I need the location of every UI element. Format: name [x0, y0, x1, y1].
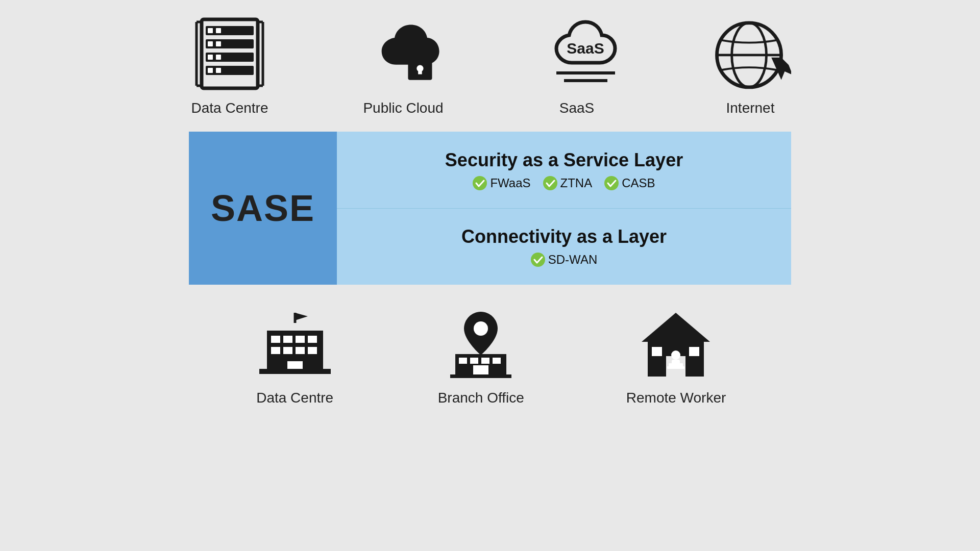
sdwan-badge: SD-WAN [531, 253, 597, 267]
svg-rect-3 [206, 53, 254, 62]
sase-label: SASE [211, 187, 315, 229]
sase-diagram: SASE Security as a Service Layer FWaaS [189, 132, 791, 285]
svg-rect-1 [206, 26, 254, 35]
top-icons-row: Data Centre Public Cloud [0, 0, 980, 132]
svg-point-32 [531, 253, 545, 267]
svg-rect-36 [271, 336, 280, 343]
top-public-cloud-item: Public Cloud [362, 15, 444, 116]
branch-office-label: Branch Office [438, 390, 524, 406]
saas-label: SaaS [559, 100, 595, 116]
top-data-centre-item: Data Centre [189, 15, 271, 116]
bottom-icons-row: Data Centre Branch Office [0, 285, 980, 406]
svg-marker-34 [295, 313, 308, 320]
svg-rect-40 [271, 347, 280, 354]
svg-rect-5 [208, 28, 213, 33]
svg-rect-50 [481, 358, 489, 364]
security-panel: Security as a Service Layer FWaaS ZTNA [337, 132, 791, 209]
svg-rect-6 [216, 28, 221, 33]
sdwan-check-icon [531, 253, 545, 267]
svg-point-46 [474, 321, 488, 336]
security-badges: FWaaS ZTNA CASB [473, 176, 655, 190]
bottom-data-centre-item: Data Centre [254, 305, 336, 406]
svg-point-30 [543, 176, 557, 190]
connectivity-badges: SD-WAN [531, 253, 597, 267]
svg-rect-39 [308, 336, 317, 343]
remote-worker-label: Remote Worker [626, 390, 726, 406]
svg-rect-45 [259, 369, 331, 374]
ztna-badge: ZTNA [543, 176, 593, 190]
connectivity-panel: Connectivity as a Layer SD-WAN [337, 209, 791, 285]
svg-rect-12 [216, 68, 221, 73]
top-saas-item: SaaS SaaS [536, 15, 618, 116]
fwaas-badge: FWaaS [473, 176, 530, 190]
svg-rect-2 [206, 39, 254, 48]
fwaas-check-icon [473, 176, 487, 190]
svg-point-59 [671, 350, 680, 360]
bottom-remote-worker-item: Remote Worker [626, 305, 726, 406]
svg-rect-21 [418, 68, 422, 74]
svg-rect-62 [669, 363, 683, 367]
ztna-label: ZTNA [560, 176, 593, 190]
svg-rect-37 [283, 336, 292, 343]
svg-point-31 [604, 176, 619, 190]
svg-rect-41 [283, 347, 292, 354]
sase-left-panel: SASE [189, 132, 337, 285]
svg-rect-11 [208, 68, 213, 73]
connectivity-title: Connectivity as a Layer [461, 226, 667, 247]
casb-label: CASB [622, 176, 655, 190]
data-centre-bottom-label: Data Centre [256, 390, 333, 406]
security-title: Security as a Service Layer [445, 149, 683, 171]
sdwan-label: SD-WAN [548, 253, 597, 267]
svg-rect-53 [450, 374, 511, 378]
svg-rect-10 [216, 55, 221, 60]
svg-rect-8 [216, 41, 221, 46]
svg-rect-49 [470, 358, 478, 364]
svg-rect-43 [308, 347, 317, 354]
top-internet-item: Internet [709, 15, 791, 116]
svg-rect-52 [473, 365, 488, 375]
svg-rect-4 [206, 66, 254, 75]
branch-office-icon [440, 305, 522, 382]
bottom-branch-office-item: Branch Office [438, 305, 524, 406]
public-cloud-icon [362, 15, 444, 92]
svg-rect-7 [208, 41, 213, 46]
data-centre-top-icon [189, 15, 271, 92]
svg-rect-42 [296, 347, 305, 354]
public-cloud-label: Public Cloud [363, 100, 443, 116]
casb-check-icon [604, 176, 619, 190]
saas-icon: SaaS [536, 15, 618, 92]
svg-rect-38 [296, 336, 305, 343]
internet-icon [709, 15, 791, 92]
svg-rect-57 [652, 347, 662, 356]
data-centre-bottom-icon [254, 305, 336, 382]
svg-rect-51 [493, 358, 501, 364]
remote-worker-icon [635, 305, 717, 382]
svg-rect-9 [208, 55, 213, 60]
ztna-check-icon [543, 176, 557, 190]
data-centre-top-label: Data Centre [191, 100, 268, 116]
svg-rect-58 [689, 347, 699, 356]
sase-right-panel: Security as a Service Layer FWaaS ZTNA [337, 132, 791, 285]
svg-text:SaaS: SaaS [567, 40, 604, 57]
svg-marker-54 [642, 313, 710, 342]
svg-point-29 [473, 176, 487, 190]
fwaas-label: FWaaS [490, 176, 530, 190]
internet-label: Internet [726, 100, 775, 116]
casb-badge: CASB [604, 176, 655, 190]
svg-rect-48 [459, 358, 467, 364]
